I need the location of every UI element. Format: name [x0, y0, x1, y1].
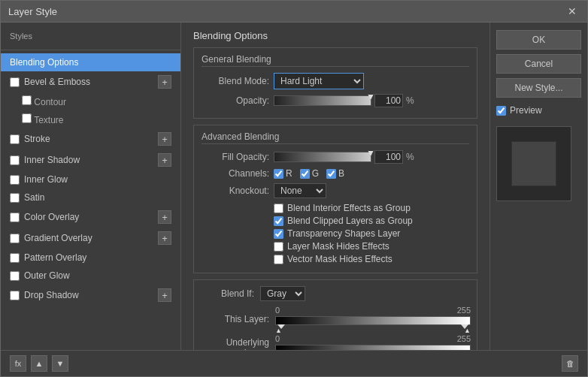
knockout-row: Knockout: None Shallow Deep — [202, 183, 469, 198]
this-layer-slider[interactable] — [275, 316, 471, 325]
channel-b-checkbox[interactable] — [326, 169, 336, 179]
channel-r-label: R — [274, 168, 292, 179]
general-blending-section: General Blending Blend Mode: Hard Light … — [193, 47, 477, 119]
vector-mask-row: Vector Mask Hides Effects — [274, 254, 469, 264]
stroke-checkbox[interactable] — [10, 134, 20, 144]
underlying-layer-slider[interactable] — [275, 345, 471, 350]
blend-interior-checkbox[interactable] — [274, 204, 283, 213]
sidebar-item-satin[interactable]: Satin — [1, 188, 180, 207]
channel-r-checkbox[interactable] — [274, 169, 283, 179]
layer-mask-row: Layer Mask Hides Effects — [274, 241, 469, 252]
contour-checkbox[interactable] — [22, 95, 32, 105]
channel-r-text: R — [286, 168, 292, 179]
new-style-button[interactable]: New Style... — [496, 78, 581, 98]
opacity-input[interactable] — [374, 94, 403, 107]
preview-inner — [511, 141, 556, 186]
sidebar-item-inner-shadow[interactable]: Inner Shadow + — [1, 149, 180, 170]
opacity-label: Opacity: — [202, 95, 269, 106]
color-overlay-add-button[interactable]: + — [158, 210, 171, 224]
preview-checkbox[interactable] — [496, 106, 506, 116]
move-down-button[interactable]: ▼ — [52, 355, 68, 372]
inner-shadow-add-button[interactable]: + — [158, 153, 171, 167]
transparency-checkbox[interactable] — [274, 229, 283, 239]
drop-shadow-add-button[interactable]: + — [158, 288, 171, 302]
sidebar-item-outer-glow[interactable]: Outer Glow — [1, 267, 180, 285]
fx-button[interactable]: fx — [10, 355, 26, 372]
sidebar-item-inner-glow[interactable]: Inner Glow — [1, 170, 180, 188]
ok-button[interactable]: OK — [496, 30, 581, 50]
blend-mode-select[interactable]: Hard Light Normal Multiply Screen Overla… — [274, 73, 364, 89]
transparency-row: Transparency Shapes Layer — [274, 228, 469, 239]
dialog-body: Styles Blending Options Bevel & Emboss +… — [1, 23, 587, 350]
sidebar-item-drop-shadow[interactable]: Drop Shadow + — [1, 285, 180, 306]
underlying-min: 0 — [275, 334, 280, 343]
opacity-slider[interactable] — [274, 95, 371, 106]
opacity-slider-container: % — [274, 94, 414, 107]
this-layer-row: This Layer: 0 255 ▲ ▲ — [202, 306, 469, 333]
blend-mode-label: Blend Mode: — [202, 76, 269, 86]
sidebar-item-color-overlay[interactable]: Color Overlay + — [1, 207, 180, 228]
cancel-button[interactable]: Cancel — [496, 54, 581, 74]
pattern-overlay-checkbox[interactable] — [10, 253, 20, 263]
blend-clipped-label: Blend Clipped Layers as Group — [287, 216, 413, 226]
texture-checkbox[interactable] — [22, 113, 32, 123]
vector-mask-checkbox[interactable] — [274, 255, 283, 264]
outer-glow-checkbox[interactable] — [10, 271, 20, 281]
left-panel: Styles Blending Options Bevel & Emboss +… — [1, 23, 181, 350]
gradient-overlay-add-button[interactable]: + — [158, 231, 171, 245]
inner-shadow-checkbox[interactable] — [10, 155, 20, 165]
advanced-blending-section: Advanced Blending Fill Opacity: % Channe… — [193, 125, 477, 273]
this-layer-left-arrow: ▲ — [275, 327, 282, 334]
sidebar-item-stroke[interactable]: Stroke + — [1, 128, 180, 149]
blend-if-section: Blend If: Gray Red Green Blue This Layer… — [193, 279, 477, 350]
preview-box — [496, 126, 571, 201]
channel-b-text: B — [338, 168, 344, 179]
layer-mask-label: Layer Mask Hides Effects — [287, 241, 389, 252]
sidebar-item-label: Inner Glow — [24, 174, 68, 185]
styles-label: Styles — [1, 29, 180, 44]
layer-mask-checkbox[interactable] — [274, 242, 283, 252]
delete-button[interactable]: 🗑 — [562, 355, 578, 372]
drop-shadow-checkbox[interactable] — [10, 291, 20, 300]
blend-clipped-row: Blend Clipped Layers as Group — [274, 216, 469, 226]
channels-label: Channels: — [202, 168, 269, 179]
sidebar-item-contour[interactable]: Contour — [1, 92, 180, 110]
sidebar-item-texture[interactable]: Texture — [1, 110, 180, 128]
knockout-select[interactable]: None Shallow Deep — [274, 183, 326, 198]
blend-if-row: Blend If: Gray Red Green Blue — [202, 286, 469, 301]
opacity-slider-thumb — [368, 94, 374, 100]
bevel-emboss-add-button[interactable]: + — [158, 75, 171, 89]
underlying-max: 255 — [457, 334, 471, 343]
fill-opacity-input[interactable] — [374, 150, 403, 164]
fill-opacity-slider[interactable] — [274, 152, 371, 162]
opacity-row: Opacity: % — [202, 94, 469, 107]
stroke-add-button[interactable]: + — [158, 132, 171, 146]
underlying-layer-range: 0 255 ▲ — [275, 334, 471, 350]
underlying-layer-label: Underlying Layer: — [202, 337, 269, 350]
channel-g-checkbox[interactable] — [300, 169, 310, 179]
sidebar-item-blending-options[interactable]: Blending Options — [1, 53, 180, 71]
this-layer-numbers: 0 255 — [275, 306, 471, 315]
this-layer-right-arrow: ▲ — [464, 327, 471, 334]
sidebar-item-pattern-overlay[interactable]: Pattern Overlay — [1, 249, 180, 267]
opacity-pct: % — [406, 95, 414, 106]
bevel-emboss-checkbox[interactable] — [10, 77, 20, 87]
blend-interior-row: Blend Interior Effects as Group — [274, 203, 469, 213]
gradient-overlay-checkbox[interactable] — [10, 234, 20, 243]
this-layer-label: This Layer: — [202, 314, 269, 324]
sidebar-item-bevel-emboss[interactable]: Bevel & Emboss + — [1, 71, 180, 92]
bottom-toolbar: fx ▲ ▼ 🗑 — [1, 350, 587, 376]
move-up-button[interactable]: ▲ — [31, 355, 47, 372]
channels-group: R G B — [274, 168, 344, 179]
blend-if-select[interactable]: Gray Red Green Blue — [260, 286, 305, 301]
sidebar-item-label: Pattern Overlay — [24, 252, 86, 263]
sidebar-item-label: Satin — [24, 192, 44, 203]
fill-opacity-thumb — [368, 150, 374, 156]
color-overlay-checkbox[interactable] — [10, 213, 20, 222]
close-button[interactable]: ✕ — [565, 5, 580, 17]
satin-checkbox[interactable] — [10, 193, 20, 203]
blend-clipped-checkbox[interactable] — [274, 216, 283, 226]
inner-glow-checkbox[interactable] — [10, 175, 20, 185]
general-blending-label: General Blending — [202, 54, 469, 67]
sidebar-item-gradient-overlay[interactable]: Gradient Overlay + — [1, 228, 180, 249]
